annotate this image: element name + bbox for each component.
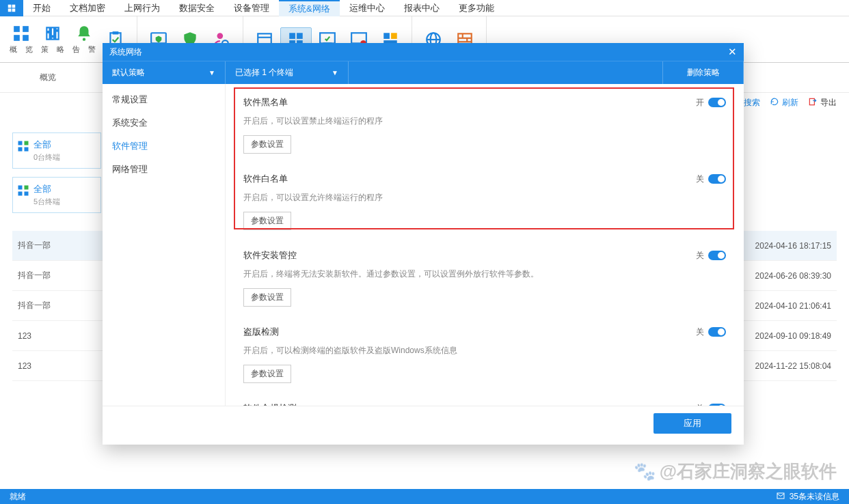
filter-sub: 5台终端 [33, 197, 95, 207]
svg-rect-2 [8, 8, 12, 12]
section-desc: 开启后，可以设置允许终端运行的程序 [243, 192, 726, 204]
svg-rect-44 [18, 186, 23, 190]
whitelist-toggle[interactable] [708, 174, 726, 184]
close-icon[interactable]: ✕ [728, 46, 737, 58]
filter-card-all-0[interactable]: 全部 0台终端 [12, 132, 101, 169]
ribbon-policy[interactable]: 策 略 [37, 22, 68, 57]
main-menu-bar: 开始 文档加密 上网行为 数据安全 设备管理 系统&网络 运维中心 报表中心 更… [0, 0, 849, 16]
nav-network-mgmt[interactable]: 网络管理 [103, 158, 225, 181]
nav-software-mgmt[interactable]: 软件管理 [103, 135, 225, 158]
settings-nav: 常规设置 系统安全 软件管理 网络管理 [103, 84, 226, 406]
section-blacklist: 软件黑名单 开 开启后，可以设置禁止终端运行的程序 参数设置 [226, 84, 744, 160]
delete-policy-button[interactable]: 删除策略 [663, 61, 744, 84]
menu-data-security[interactable]: 数据安全 [170, 0, 224, 16]
section-install-control: 软件安装管控 关 开启后，终端将无法安装新软件。通过参数设置，可以设置例外放行软… [226, 237, 744, 313]
section-compliance: 软件合规检测 关 开启后，可以检测终端是否安装指定软件。 [226, 390, 744, 406]
modal-title-text: 系统网络 [109, 46, 142, 58]
svg-rect-13 [113, 31, 119, 34]
toggle-state-label: 关 [696, 173, 704, 185]
caret-down-icon: ▼ [208, 69, 215, 76]
svg-rect-5 [23, 26, 29, 32]
param-button[interactable]: 参数设置 [243, 288, 291, 307]
piracy-toggle[interactable] [708, 327, 726, 337]
menu-start[interactable]: 开始 [23, 0, 60, 16]
svg-rect-3 [12, 8, 16, 12]
menu-ops-center[interactable]: 运维中心 [340, 0, 394, 16]
blacklist-toggle[interactable] [708, 98, 726, 107]
section-title: 软件安装管控 [243, 249, 297, 262]
svg-point-11 [83, 38, 85, 40]
menu-system-network[interactable]: 系统&网络 [279, 0, 340, 16]
app-menu-button[interactable] [0, 0, 23, 16]
section-title: 软件白名单 [243, 173, 288, 185]
ribbon-alert[interactable]: 告 警 [68, 22, 100, 57]
nav-system-security[interactable]: 系统安全 [103, 111, 225, 135]
paw-icon: 🐾 [634, 461, 656, 482]
svg-rect-42 [18, 148, 23, 152]
menu-web-behavior[interactable]: 上网行为 [115, 0, 170, 16]
sub-header-label: 概览 [40, 72, 56, 83]
toggle-state-label: 关 [696, 403, 704, 406]
svg-rect-19 [289, 33, 295, 39]
svg-rect-27 [391, 33, 397, 39]
settings-content[interactable]: 软件黑名单 开 开启后，可以设置禁止终端运行的程序 参数设置 软件白名单 关 [226, 84, 744, 406]
svg-rect-4 [14, 26, 20, 32]
modal-subbar: 默认策略 ▼ 已选择 1 个终端 ▼ 删除策略 [103, 61, 744, 84]
section-piracy-detect: 盗版检测 关 开启后，可以检测终端的盗版软件及盗版Windows系统信息 参数设… [226, 313, 744, 390]
subbar-spacer [349, 61, 663, 84]
selected-terminals-dropdown[interactable]: 已选择 1 个终端 ▼ [226, 61, 349, 84]
svg-rect-45 [25, 186, 29, 190]
refresh-button[interactable]: 刷新 [770, 97, 798, 109]
section-desc: 开启后，可以设置禁止终端运行的程序 [243, 115, 726, 127]
install-control-toggle[interactable] [708, 251, 726, 260]
svg-rect-7 [23, 35, 29, 41]
svg-rect-20 [297, 33, 303, 39]
param-button[interactable]: 参数设置 [243, 212, 291, 230]
ribbon-overview[interactable]: 概 览 [5, 22, 37, 57]
toggle-state-label: 关 [696, 250, 704, 262]
svg-point-15 [217, 33, 224, 39]
modal-body: 常规设置 系统安全 软件管理 网络管理 软件黑名单 开 开启后，可以设置禁止终端… [103, 84, 744, 406]
section-title: 软件黑名单 [243, 96, 288, 109]
caret-down-icon: ▼ [332, 69, 338, 76]
status-bar: 就绪 35条未读信息 [0, 489, 849, 504]
modal-titlebar: 系统网络 ✕ [103, 43, 744, 61]
grid-icon [17, 184, 29, 197]
status-ready: 就绪 [10, 491, 26, 503]
filter-sub: 0台终端 [33, 152, 95, 163]
svg-point-8 [46, 30, 49, 33]
grid-icon [17, 140, 29, 152]
menu-device-mgmt[interactable]: 设备管理 [224, 0, 279, 16]
apply-button[interactable]: 应用 [653, 413, 731, 434]
svg-rect-26 [383, 33, 390, 39]
section-desc: 开启后，终端将无法安装新软件。通过参数设置，可以设置例外放行软件等参数。 [243, 268, 726, 280]
svg-rect-46 [18, 192, 23, 196]
compliance-toggle[interactable] [708, 404, 726, 406]
svg-rect-23 [320, 33, 335, 43]
section-title: 软件合规检测 [243, 402, 297, 406]
menu-doc-encrypt[interactable]: 文档加密 [60, 0, 115, 16]
svg-rect-6 [14, 35, 20, 41]
menu-report-center[interactable]: 报表中心 [394, 0, 449, 16]
param-button[interactable]: 参数设置 [243, 135, 291, 154]
policy-dropdown[interactable]: 默认策略 ▼ [103, 61, 226, 84]
ribbon-alert-label: 告 警 [70, 44, 98, 55]
section-title: 盗版检测 [243, 326, 279, 338]
ribbon-policy-label: 策 略 [38, 44, 66, 55]
menu-more[interactable]: 更多功能 [449, 0, 504, 16]
svg-rect-43 [25, 148, 29, 152]
toggle-state-label: 开 [696, 97, 704, 109]
svg-point-10 [55, 29, 58, 31]
export-button[interactable]: 导出 [808, 97, 837, 109]
ribbon-overview-label: 概 览 [7, 44, 35, 55]
mail-icon [776, 492, 785, 502]
param-button[interactable]: 参数设置 [243, 365, 291, 383]
nav-general[interactable]: 常规设置 [103, 88, 225, 111]
status-unread[interactable]: 35条未读信息 [776, 491, 839, 503]
refresh-icon [770, 97, 779, 109]
modal-footer: 应用 [103, 406, 744, 445]
filter-card-all-5[interactable]: 全部 5台终端 [12, 177, 101, 213]
svg-rect-41 [25, 141, 29, 145]
system-network-modal: 系统网络 ✕ 默认策略 ▼ 已选择 1 个终端 ▼ 删除策略 常规设置 系统安全… [103, 43, 744, 445]
svg-rect-40 [18, 141, 23, 145]
